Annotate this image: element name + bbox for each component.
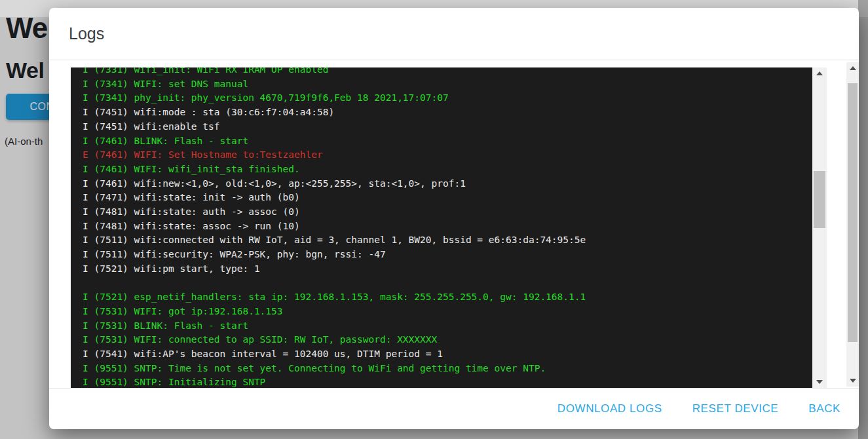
console-scrollbar-thumb[interactable] bbox=[814, 171, 825, 228]
scroll-down-icon[interactable] bbox=[816, 380, 823, 384]
app-root: We Wel CON (AI-on-th Logs I (7331) wifi_… bbox=[0, 0, 868, 439]
log-line: I (7531) WIFI: got ip:192.168.1.153 bbox=[83, 305, 812, 319]
modal-title: Logs bbox=[69, 24, 104, 43]
log-line: E (7461) WIFI: Set Hostname to:Testzaehl… bbox=[83, 148, 812, 162]
log-line: I (7461) BLINK: Flash - start bbox=[83, 134, 812, 149]
download-logs-button[interactable]: DOWNLOAD LOGS bbox=[554, 402, 666, 416]
log-line: I (7511) wifi:connected with RW IoT, aid… bbox=[83, 233, 812, 248]
scroll-up-icon[interactable] bbox=[816, 71, 823, 75]
scroll-up-icon[interactable] bbox=[850, 66, 856, 70]
log-line: I (7451) wifi:enable tsf bbox=[83, 120, 812, 134]
modal-scrollbar-thumb[interactable] bbox=[848, 83, 858, 342]
modal-scrollbar[interactable] bbox=[846, 62, 859, 387]
log-line: I (7511) wifi:security: WPA2-PSK, phy: b… bbox=[83, 248, 812, 262]
log-line: I (7341) phy_init: phy_version 4670,719f… bbox=[83, 91, 812, 105]
log-line: I (7331) wifi_init: WiFi RX IRAM OP enab… bbox=[83, 67, 812, 77]
reset-device-button[interactable]: RESET DEVICE bbox=[689, 402, 783, 416]
log-line: I (7471) wifi:state: init -> auth (b0) bbox=[83, 191, 812, 205]
log-line: I (7341) WIFI: set DNS manual bbox=[83, 77, 812, 92]
modal-footer: DOWNLOAD LOGS RESET DEVICE BACK bbox=[49, 388, 859, 429]
log-line: I (7461) WIFI: wifi_init_sta finished. bbox=[83, 162, 812, 177]
logs-modal: Logs I (7331) wifi_init: WiFi RX IRAM OP… bbox=[49, 8, 859, 429]
log-line: I (7541) wifi:AP's beacon interval = 102… bbox=[83, 347, 812, 362]
log-line: I (7481) wifi:state: assoc -> run (10) bbox=[83, 220, 812, 234]
log-console[interactable]: I (7331) wifi_init: WiFi RX IRAM OP enab… bbox=[71, 67, 812, 388]
back-button[interactable]: BACK bbox=[804, 402, 844, 416]
log-line: I (7521) wifi:pm start, type: 1 bbox=[83, 262, 812, 277]
log-line: I (7481) wifi:state: auth -> assoc (0) bbox=[83, 205, 812, 220]
log-line: I (7451) wifi:mode : sta (30:c6:f7:04:a4… bbox=[83, 105, 812, 120]
modal-header: Logs bbox=[49, 8, 859, 60]
log-line: I (7531) WIFI: connected to ap SSID: RW … bbox=[83, 333, 812, 347]
log-lines-container: I (7331) wifi_init: WiFi RX IRAM OP enab… bbox=[71, 67, 812, 388]
log-line bbox=[83, 277, 812, 291]
scroll-down-icon[interactable] bbox=[850, 379, 856, 383]
console-scrollbar[interactable] bbox=[812, 67, 827, 388]
log-line: I (9551) SNTP: Time is not set yet. Conn… bbox=[83, 362, 812, 376]
log-line: I (7531) BLINK: Flash - start bbox=[83, 319, 812, 334]
log-line: I (7461) wifi:new:<1,0>, old:<1,0>, ap:<… bbox=[83, 177, 812, 191]
log-line: I (9551) SNTP: Initializing SNTP bbox=[83, 375, 812, 388]
log-line: I (7521) esp_netif_handlers: sta ip: 192… bbox=[83, 290, 812, 305]
